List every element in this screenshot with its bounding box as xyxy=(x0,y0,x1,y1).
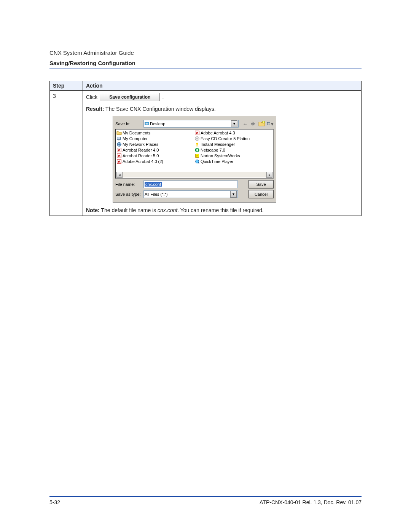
save-dialog: Save in: Desktop ▼ ← xyxy=(113,116,276,203)
svg-rect-9 xyxy=(118,140,119,141)
svg-rect-1 xyxy=(146,123,148,124)
svg-rect-3 xyxy=(267,122,270,125)
svg-rect-11 xyxy=(117,148,121,152)
view-menu-icon[interactable]: ▾ xyxy=(267,120,274,127)
file-icon xyxy=(194,159,200,164)
footer-rule xyxy=(49,496,362,497)
svg-rect-8 xyxy=(117,137,121,140)
file-item-label: My Documents xyxy=(123,131,150,135)
dropdown-icon[interactable]: ▼ xyxy=(231,120,237,127)
svg-rect-19 xyxy=(196,149,198,152)
step-number: 3 xyxy=(50,91,83,216)
svg-point-17 xyxy=(196,143,198,145)
save-as-type-combo[interactable]: All Files (*.*) ▼ xyxy=(143,190,238,198)
desktop-icon xyxy=(145,121,150,126)
file-icon xyxy=(116,147,122,153)
result-text: The Save CNX Configuration window displa… xyxy=(104,106,215,112)
scroll-left-icon[interactable]: ◂ xyxy=(116,172,123,178)
file-item-label: Easy CD Creator 5 Platinu xyxy=(201,136,250,141)
file-name-value: cnx.conf xyxy=(145,182,162,187)
file-item-label: QuickTime Player xyxy=(201,159,233,164)
list-item[interactable]: My Network Places xyxy=(116,142,194,147)
save-configuration-button[interactable]: Save configuration xyxy=(100,93,160,101)
save-in-value: Desktop xyxy=(150,121,165,126)
svg-rect-7 xyxy=(269,124,269,124)
file-item-label: Netscape 7.0 xyxy=(201,148,225,152)
col-header-action: Action xyxy=(83,81,362,91)
file-icon xyxy=(194,147,200,153)
file-item-label: My Computer xyxy=(123,136,148,141)
save-in-combo[interactable]: Desktop ▼ xyxy=(143,120,239,128)
col-header-step: Step xyxy=(50,81,83,91)
file-icon xyxy=(194,142,200,147)
file-item-label: Acrobat Reader 5.0 xyxy=(123,153,159,158)
file-icon xyxy=(116,153,122,158)
list-item[interactable]: Adobe Acrobat 4.0 xyxy=(194,130,272,136)
svg-point-16 xyxy=(197,138,198,139)
cancel-button[interactable]: Cancel xyxy=(249,190,274,198)
file-icon xyxy=(116,136,122,141)
file-item-label: My Network Places xyxy=(123,142,158,147)
dropdown-icon[interactable]: ▼ xyxy=(230,191,237,198)
list-item[interactable]: My Documents xyxy=(116,130,194,136)
save-as-type-label: Save as type: xyxy=(115,192,142,197)
list-item[interactable]: Adobe Acrobat 4.0 (2) xyxy=(116,159,194,164)
list-item[interactable]: Acrobat Reader 4.0 xyxy=(116,147,194,153)
save-in-label: Save in: xyxy=(115,121,142,126)
note-line: Note: The default file name is cnx.conf.… xyxy=(86,207,358,213)
file-name-input[interactable]: cnx.conf xyxy=(143,181,238,188)
svg-rect-6 xyxy=(268,124,268,124)
note-text-b: . You can rename this file if required. xyxy=(177,207,263,213)
click-label: Click xyxy=(86,94,97,100)
section-title: Saving/Restoring Configuration xyxy=(49,60,362,66)
svg-point-2 xyxy=(263,121,265,123)
step-action-table: Step Action 3 Click Save configuration .… xyxy=(49,81,362,216)
doc-id: ATP-CNX-040-01 Rel. 1.3, Doc. Rev. 01.07 xyxy=(260,499,362,505)
file-list[interactable]: My DocumentsMy ComputerMy Network Places… xyxy=(115,129,274,179)
list-item[interactable]: Netscape 7.0 xyxy=(194,147,272,153)
period: . xyxy=(162,94,164,100)
page-number: 5-32 xyxy=(49,499,60,505)
file-item-label: Adobe Acrobat 4.0 (2) xyxy=(123,159,163,164)
table-row: 3 Click Save configuration . Result: The… xyxy=(50,91,362,216)
list-item[interactable]: Easy CD Creator 5 Platinu xyxy=(194,136,272,141)
save-as-type-value: All Files (*.*) xyxy=(145,192,168,197)
up-one-level-icon[interactable] xyxy=(250,120,257,127)
back-icon[interactable]: ← xyxy=(242,120,249,127)
list-item[interactable]: Acrobat Reader 5.0 xyxy=(116,153,194,158)
scroll-right-icon[interactable]: ▸ xyxy=(266,172,272,178)
file-icon xyxy=(194,153,200,158)
list-item[interactable]: My Computer xyxy=(116,136,194,141)
file-icon xyxy=(116,130,122,136)
note-prefix: Note: xyxy=(86,207,100,213)
guide-title: CNX System Administrator Guide xyxy=(49,50,362,56)
new-folder-icon[interactable] xyxy=(258,120,265,127)
result-line: Result: The Save CNX Configuration windo… xyxy=(86,106,358,112)
list-item[interactable]: Norton SystemWorks xyxy=(194,153,272,158)
file-name-label: File name: xyxy=(115,182,142,187)
svg-rect-14 xyxy=(195,131,199,135)
file-item-label: Acrobat Reader 4.0 xyxy=(123,148,159,152)
horizontal-scrollbar[interactable]: ◂ ▸ xyxy=(116,172,272,177)
file-item-label: Instant Messenger xyxy=(201,142,235,147)
svg-rect-4 xyxy=(268,123,268,123)
list-item[interactable]: Instant Messenger xyxy=(194,142,272,147)
header-rule xyxy=(49,69,362,69)
action-cell: Click Save configuration . Result: The S… xyxy=(83,91,362,216)
file-icon xyxy=(116,159,122,164)
result-prefix: Result: xyxy=(86,106,104,112)
file-icon xyxy=(194,130,200,136)
note-text-a: The default file name is xyxy=(100,207,158,213)
svg-rect-12 xyxy=(117,154,121,158)
svg-rect-5 xyxy=(269,123,269,123)
file-item-label: Norton SystemWorks xyxy=(201,153,240,158)
list-item[interactable]: QuickTime Player xyxy=(194,159,272,164)
note-filename: cnx.conf xyxy=(158,207,177,213)
file-icon xyxy=(194,136,200,141)
save-button[interactable]: Save xyxy=(249,180,274,189)
svg-rect-13 xyxy=(117,160,121,164)
file-icon xyxy=(116,142,122,147)
file-item-label: Adobe Acrobat 4.0 xyxy=(201,131,235,135)
